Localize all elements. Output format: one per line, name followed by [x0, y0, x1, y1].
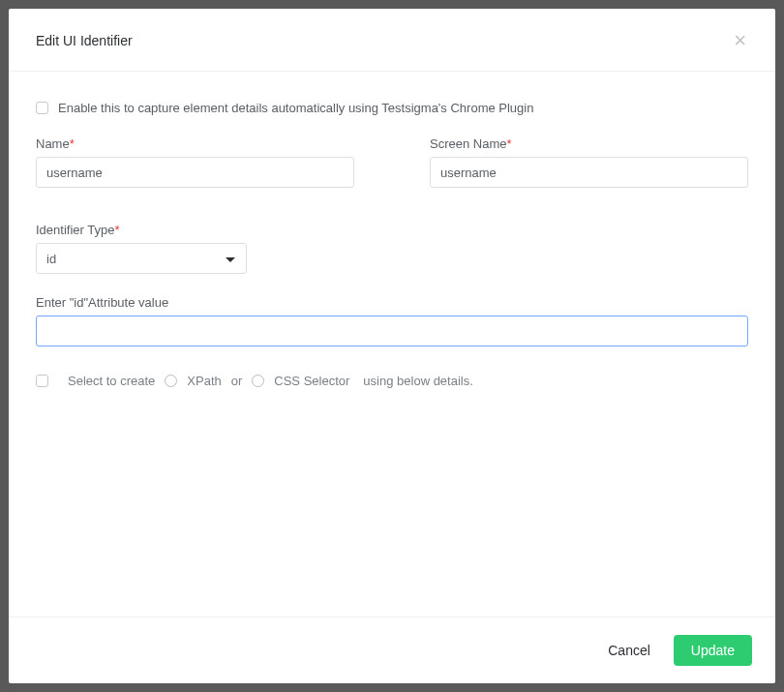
- xpath-radio[interactable]: [165, 375, 177, 387]
- required-asterisk: *: [506, 136, 511, 151]
- identifier-type-label-text: Identifier Type: [36, 223, 114, 237]
- selector-type-row: Select to create XPath or CSS Selector u…: [36, 374, 748, 388]
- css-selector-label: CSS Selector: [274, 374, 349, 388]
- identifier-type-select-wrap: id: [36, 243, 247, 274]
- update-button[interactable]: Update: [674, 635, 752, 666]
- identifier-type-group: Identifier Type* id: [36, 223, 354, 274]
- attr-value-input[interactable]: [36, 316, 748, 346]
- attr-value-group: Enter "id"Attribute value: [36, 295, 748, 346]
- enable-capture-checkbox[interactable]: [36, 102, 48, 114]
- name-group: Name*: [36, 136, 354, 188]
- name-label: Name*: [36, 136, 354, 151]
- select-to-create-label: Select to create: [68, 374, 155, 388]
- required-asterisk: *: [114, 223, 119, 237]
- screen-name-label-text: Screen Name: [430, 136, 506, 151]
- or-text: or: [231, 374, 243, 388]
- identifier-type-value: id: [46, 252, 56, 266]
- attr-value-label: Enter "id"Attribute value: [36, 295, 748, 310]
- name-input[interactable]: [36, 157, 354, 188]
- modal-body: Enable this to capture element details a…: [9, 72, 775, 617]
- select-to-create-checkbox[interactable]: [36, 375, 48, 387]
- name-label-text: Name: [36, 136, 70, 151]
- screen-name-label: Screen Name*: [430, 136, 748, 151]
- selector-suffix-text: using below details.: [363, 374, 472, 388]
- cancel-button[interactable]: Cancel: [600, 637, 658, 664]
- edit-ui-identifier-modal: Edit UI Identifier × Enable this to capt…: [9, 9, 775, 683]
- identifier-type-select[interactable]: id: [36, 243, 247, 274]
- modal-footer: Cancel Update: [9, 617, 775, 683]
- required-asterisk: *: [70, 136, 75, 151]
- css-selector-radio[interactable]: [252, 375, 264, 387]
- form-grid: Name* Screen Name* Identifier Type* id: [36, 136, 748, 274]
- xpath-label: XPath: [187, 374, 221, 388]
- modal-title: Edit UI Identifier: [36, 33, 133, 48]
- close-icon: ×: [734, 28, 746, 52]
- enable-capture-label[interactable]: Enable this to capture element details a…: [58, 101, 533, 115]
- screen-name-input[interactable]: [430, 157, 748, 188]
- identifier-type-label: Identifier Type*: [36, 223, 354, 237]
- modal-header: Edit UI Identifier ×: [9, 9, 775, 72]
- close-button[interactable]: ×: [728, 28, 752, 53]
- enable-capture-row: Enable this to capture element details a…: [36, 101, 748, 115]
- screen-name-group: Screen Name*: [430, 136, 748, 188]
